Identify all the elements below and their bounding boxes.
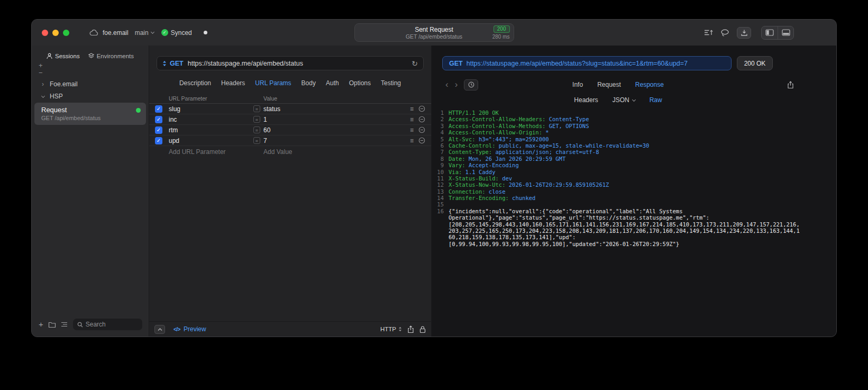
- response-body-line: 2Access-Control-Allow-Headers: Content-T…: [435, 116, 815, 122]
- request-tab-headers[interactable]: Headers: [221, 79, 245, 87]
- lasso-icon[interactable]: [720, 29, 730, 37]
- remove-param-icon[interactable]: [418, 137, 425, 144]
- lock-icon[interactable]: [419, 325, 426, 333]
- list-view-icon[interactable]: [61, 321, 68, 328]
- request-method[interactable]: GET: [170, 60, 184, 67]
- search-placeholder: Search: [86, 321, 106, 328]
- add-param-row[interactable]: Add URL Parameter Add Value: [149, 146, 431, 158]
- new-folder-icon[interactable]: [48, 321, 56, 328]
- param-name-field[interactable]: slug: [169, 105, 253, 113]
- response-tab-response[interactable]: Response: [635, 81, 664, 88]
- app-window: foe.email main ✓ Synced Sent Request GET…: [31, 19, 837, 337]
- sidebar-footer: + Search: [32, 316, 149, 337]
- search-icon: [77, 322, 83, 328]
- request-tab-testing[interactable]: Testing: [381, 79, 401, 87]
- tree-item-label: HSP: [50, 93, 63, 100]
- reorder-handle-icon[interactable]: ≡: [410, 116, 414, 123]
- param-checkbox[interactable]: ✓: [155, 116, 162, 123]
- preview-label: Preview: [184, 325, 206, 333]
- request-tab-url-params[interactable]: URL Params: [255, 79, 291, 87]
- sent-request-line: GET /api/embed/status: [406, 33, 462, 40]
- tab-environments[interactable]: Environments: [88, 53, 134, 59]
- tab-environments-label: Environments: [97, 53, 134, 59]
- zoom-button[interactable]: [63, 30, 69, 36]
- tree-item-label: Foe.email: [50, 80, 78, 88]
- request-status-dot: [136, 108, 141, 113]
- tree-item-hsp[interactable]: HSP: [32, 90, 149, 102]
- refresh-icon[interactable]: ↻: [412, 59, 418, 68]
- param-name-field[interactable]: rtm: [169, 126, 253, 134]
- response-tabs: InfoRequestResponse: [442, 81, 794, 88]
- status-code-badge: 200: [494, 25, 510, 33]
- response-body-line: 60,218,159,138,178,135,173,141],"upd":: [435, 234, 815, 240]
- param-checkbox[interactable]: ✓: [155, 137, 162, 144]
- request-tab-options[interactable]: Options: [349, 79, 371, 87]
- request-url-bar[interactable]: GET https://statuspage.me/api/embed/stat…: [157, 56, 424, 70]
- request-tab-body[interactable]: Body: [301, 79, 316, 87]
- add-value-placeholder[interactable]: Add Value: [253, 148, 401, 156]
- param-value-field[interactable]: 1: [263, 116, 267, 123]
- param-name-field[interactable]: inc: [169, 116, 253, 123]
- response-body[interactable]: 1HTTP/1.1 200 OK2Access-Control-Allow-He…: [432, 110, 836, 337]
- param-value-field[interactable]: 60: [263, 126, 270, 134]
- param-checkbox[interactable]: ✓: [155, 105, 162, 113]
- param-checkbox[interactable]: ✓: [155, 126, 162, 134]
- request-tab-auth[interactable]: Auth: [326, 79, 339, 87]
- sidebar-request-item[interactable]: Request GET /api/embed/status: [34, 103, 146, 125]
- minimize-button[interactable]: [52, 30, 59, 36]
- save-response-icon[interactable]: [737, 27, 751, 39]
- param-value-field[interactable]: 7: [263, 137, 267, 144]
- response-status-badge: 200 OK: [737, 56, 773, 70]
- response-url-bar[interactable]: GET https://statuspage.me/api/embed/stat…: [442, 56, 732, 70]
- remove-session-button[interactable]: −: [39, 69, 149, 76]
- reorder-handle-icon[interactable]: ≡: [410, 126, 414, 134]
- toolbar-right: [703, 26, 794, 40]
- reorder-handle-icon[interactable]: ≡: [410, 137, 414, 144]
- response-method: GET: [449, 60, 463, 67]
- branch-selector[interactable]: main: [135, 29, 154, 37]
- sent-request-summary[interactable]: Sent Request GET /api/embed/status 200 2…: [354, 23, 514, 42]
- response-tab-request[interactable]: Request: [597, 81, 621, 88]
- preview-button[interactable]: </> Preview: [173, 325, 206, 333]
- share-icon[interactable]: [407, 325, 414, 333]
- console-toggle-button[interactable]: [154, 325, 165, 334]
- remove-param-icon[interactable]: [418, 105, 425, 112]
- response-body-line: 13Connection: close: [435, 188, 815, 195]
- request-url[interactable]: https://statuspage.me/api/embed/status: [188, 60, 409, 67]
- response-body-line: 16{"incidents":null,"overall":{"code":"o…: [435, 208, 815, 214]
- protocol-selector[interactable]: HTTP: [380, 326, 402, 332]
- response-body-line: Operational"},"page":"status","page_url"…: [435, 214, 815, 221]
- export-response-icon[interactable]: [787, 81, 794, 89]
- param-name-field[interactable]: upd: [169, 137, 253, 144]
- response-body-line: 9Vary: Accept-Encoding: [435, 162, 815, 168]
- reorder-handle-icon[interactable]: ≡: [410, 105, 414, 113]
- response-subtab-raw[interactable]: Raw: [650, 96, 662, 104]
- response-tab-info[interactable]: Info: [572, 81, 583, 88]
- tree-item-foe-email[interactable]: › Foe.email: [32, 78, 149, 90]
- response-body-line: 6Cache-Control: public, max-age=15, stal…: [435, 142, 815, 149]
- request-item-title: Request: [41, 106, 141, 114]
- response-body-line: [0,99.94,100,99.93,99.98,99.95,100],"upd…: [435, 241, 815, 247]
- request-tab-description[interactable]: Description: [179, 79, 211, 87]
- add-request-button[interactable]: +: [39, 321, 43, 328]
- response-body-line: 3Access-Control-Allow-Methods: GET, OPTI…: [435, 123, 815, 129]
- search-field[interactable]: Search: [73, 319, 142, 330]
- response-subtab-json[interactable]: JSON: [613, 96, 635, 104]
- response-body-line: 1HTTP/1.1 200 OK: [435, 110, 815, 116]
- equals-icon: =: [253, 116, 260, 123]
- add-session-button[interactable]: +: [39, 62, 149, 69]
- remove-param-icon[interactable]: [418, 126, 425, 133]
- response-body-line: 8Date: Mon, 26 Jan 2026 20:29:59 GMT: [435, 156, 815, 162]
- tab-sessions[interactable]: Sessions: [47, 53, 80, 59]
- toggle-left-sidebar-icon[interactable]: [762, 26, 778, 39]
- param-value-field[interactable]: status: [263, 105, 280, 113]
- method-stepper-icon[interactable]: [162, 60, 167, 67]
- remove-param-icon[interactable]: [418, 116, 425, 123]
- add-param-placeholder[interactable]: Add URL Parameter: [169, 148, 253, 156]
- project-name[interactable]: foe.email: [103, 29, 129, 37]
- close-button[interactable]: [42, 30, 48, 36]
- toggle-bottom-panel-icon[interactable]: [778, 26, 793, 39]
- response-body-line: 7Content-Type: application/json; charset…: [435, 149, 815, 155]
- response-subtab-headers[interactable]: Headers: [574, 96, 598, 104]
- import-export-icon[interactable]: [703, 28, 713, 37]
